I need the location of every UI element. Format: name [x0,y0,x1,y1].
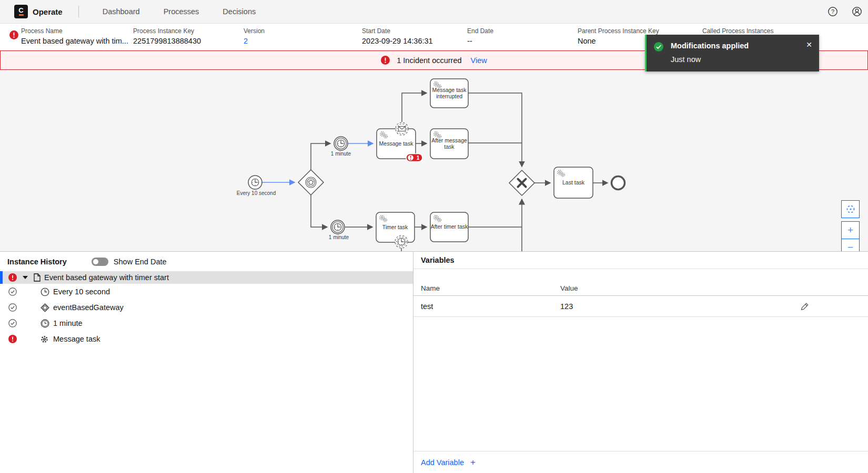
completed-state-icon [8,303,17,312]
bpmn-timer-boundary-event[interactable] [395,235,408,248]
zoom-in-icon: + [847,224,853,236]
field-label: Start Date [362,27,467,35]
bpmn-exclusive-gateway[interactable] [509,170,534,196]
bpmn-event-based-gateway[interactable] [298,170,324,195]
bpmn-end-event[interactable] [612,177,625,190]
incident-state-icon [8,335,17,343]
field-version: Version 2 [244,24,362,50]
flow-interrupted-to-join [468,93,522,167]
camunda-logo[interactable]: C [14,5,28,18]
pencil-icon [801,302,809,311]
variable-value: 123 [560,302,573,311]
history-row-every-10-second[interactable]: Every 10 second [0,284,413,300]
task-label: After timer task [431,223,468,230]
toast-title: Modifications applied [671,42,749,50]
bpmn-timer-start-event[interactable]: Every 10 second [237,176,276,196]
variable-row: test 123 [413,296,868,317]
version-link[interactable]: 2 [244,37,362,45]
history-row-label: 1 minute [53,319,83,327]
flow-gateway-to-upper-timer [311,143,330,170]
reset-view-icon [846,204,855,214]
timer-lower-label: 1 minute [329,234,349,240]
task-label-line2: interrupted [436,93,462,99]
field-label: Version [244,27,362,35]
history-row-message-task[interactable]: Message task [0,331,413,347]
incident-state-icon [9,30,18,39]
nav-item-decisions[interactable]: Decisions [223,7,256,16]
success-check-icon [653,42,664,52]
bpmn-timer-event-lower[interactable]: 1 minute [329,220,349,240]
zoom-in-button[interactable]: + [841,221,860,239]
timer-start-icon [41,287,49,296]
variables-table-header: Name Value [413,281,868,296]
zoom-out-button[interactable]: − [841,239,860,251]
field-label: Process Name [21,27,133,35]
incident-view-link[interactable]: View [471,56,487,65]
instance-state [0,24,21,50]
edit-variable-button[interactable] [801,302,809,311]
chevron-down-icon[interactable] [23,276,28,279]
history-row-root[interactable]: Event based gateway with timer start [0,271,413,284]
variables-footer: Add Variable + [413,451,868,473]
task-label: Timer task [382,224,408,230]
diagram-controls: + − [841,200,860,251]
bpmn-task-message-task-interrupted[interactable]: Message task interrupted [430,79,468,108]
history-row-label: Every 10 second [53,287,110,296]
incident-count: 1 [417,155,420,161]
task-label-line1: After message [431,137,467,143]
instance-history-panel: Instance History Show End Date Event bas… [0,252,413,473]
show-end-date-label: Show End Date [114,258,167,266]
bpmn-diagram: Every 10 second 1 minute Message task [0,70,868,251]
help-button[interactable]: ? [827,6,839,17]
field-start-date: Start Date 2023-09-29 14:36:31 [362,24,467,50]
bpmn-task-timer-task[interactable]: Timer task [376,212,415,242]
user-profile-button[interactable] [851,6,863,17]
history-row-label: eventBasedGateway [53,303,124,312]
variable-name: test [421,302,560,311]
service-task-gear-icon [41,335,49,343]
instance-history-title: Instance History [7,258,67,266]
completed-state-icon [8,319,17,327]
instance-history-header: Instance History Show End Date [0,252,413,271]
notification-toast: Modifications applied Just now ✕ [645,35,819,71]
field-value: -- [467,37,578,45]
task-label-line1: Message task [432,87,467,93]
bottom-panels: Instance History Show End Date Event bas… [0,251,868,473]
column-header-value: Value [560,284,578,292]
history-row-label: Event based gateway with timer start [44,273,169,282]
flow-gateway-to-lower-timer [311,195,327,227]
bpmn-message-boundary-event[interactable] [396,122,408,135]
task-label-line2: task [444,143,455,150]
bpmn-task-after-message-task[interactable]: After message task [430,129,468,159]
completed-state-icon [8,287,17,296]
add-variable-plus-icon[interactable]: + [470,457,476,468]
nav-divider [78,6,79,17]
history-row-1-minute[interactable]: 1 minute [0,315,413,331]
variables-empty-space [413,317,868,451]
bpmn-timer-event-upper[interactable]: 1 minute [331,137,351,157]
show-end-date-toggle[interactable] [92,258,108,266]
user-icon [852,6,862,17]
field-process-name: Process Name Event based gateway with ti… [21,24,133,50]
app-name: Operate [33,7,63,16]
variables-title: Variables [413,252,868,269]
incident-banner-text: 1 Incident occurred [397,56,461,65]
history-row-event-based-gateway[interactable]: eventBasedGateway [0,300,413,315]
variables-panel: Variables Name Value test 123 Add Variab… [413,252,868,473]
incident-badge[interactable]: 1 [406,154,422,162]
flow-boundary-to-interrupted [402,93,427,122]
nav-item-dashboard[interactable]: Dashboard [103,7,140,16]
column-header-name: Name [421,284,560,292]
svg-text:?: ? [831,8,834,15]
camunda-logo-letter: C [18,7,23,14]
timer-upper-label: 1 minute [331,151,351,157]
bpmn-task-last-task[interactable]: Last task [554,167,593,198]
field-end-date: End Date -- [467,24,578,50]
nav-item-processes[interactable]: Processes [164,7,199,16]
reset-view-button[interactable] [841,200,860,218]
bpmn-task-after-timer-task[interactable]: After timer task [430,212,468,242]
add-variable-button[interactable]: Add Variable [421,458,464,467]
bpmn-diagram-canvas[interactable]: Every 10 second 1 minute Message task [0,70,868,251]
toast-timestamp: Just now [671,55,749,64]
toast-close-button[interactable]: ✕ [806,40,812,49]
